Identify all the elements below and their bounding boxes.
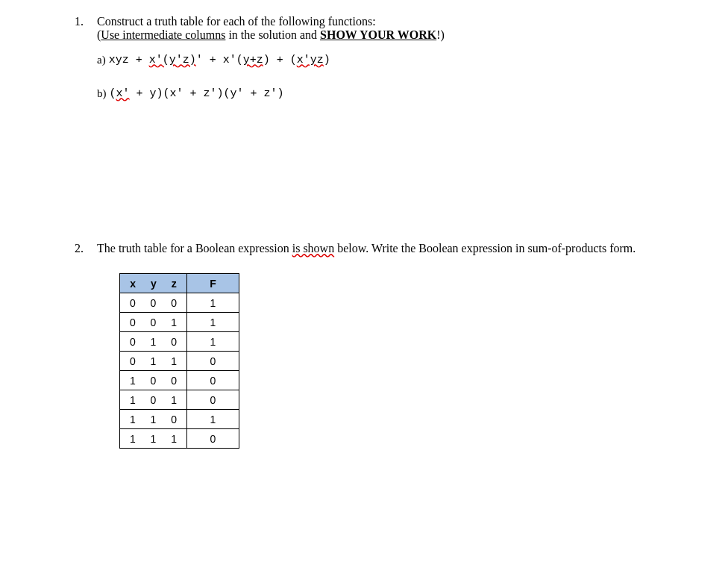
q2-prompt1: The truth table for a Boolean expression <box>97 242 292 255</box>
q1a-seg8: ) <box>324 54 330 66</box>
table-body: 0 0 010 0 110 1 010 1 101 0 001 0 101 1 … <box>120 293 239 449</box>
cell-xyz: 1 1 1 <box>120 429 187 449</box>
q1-prompt-line2: (Use intermediate columns in the solutio… <box>97 28 653 42</box>
q1-l2-bold: SHOW YOUR WORK <box>320 28 436 41</box>
header-xyz: x y z <box>120 274 187 293</box>
cell-f: 1 <box>187 313 239 332</box>
q1-text: Construct a truth table for each of the … <box>97 15 653 42</box>
table-row: 1 1 10 <box>120 429 239 449</box>
q1-l2-mid: in the solution and <box>225 28 320 41</box>
q2-prompt-wavy: is shown <box>292 242 334 255</box>
q2-header: 2. The truth table for a Boolean express… <box>75 242 653 255</box>
table-header-row: x y z F <box>120 274 239 293</box>
cell-xyz: 0 1 1 <box>120 352 187 371</box>
cell-f: 0 <box>187 371 239 390</box>
q1a-seg5: y+z <box>243 54 263 66</box>
cell-xyz: 0 0 0 <box>120 293 187 313</box>
table-row: 0 0 11 <box>120 313 239 332</box>
q1b-label: b) <box>97 87 107 100</box>
table-row: 0 1 10 <box>120 352 239 371</box>
q1a-seg4: ' + x'( <box>196 54 243 66</box>
q1a-label: a) <box>97 54 106 66</box>
q1-header: 1. Construct a truth table for each of t… <box>75 15 653 42</box>
q1-l2-suffix: !) <box>436 28 445 41</box>
truth-table: x y z F 0 0 010 0 110 1 010 1 101 0 001 … <box>119 273 239 449</box>
table-row: 1 0 10 <box>120 390 239 410</box>
q1b-seg2: x' <box>116 87 130 100</box>
question-2: 2. The truth table for a Boolean express… <box>75 242 653 449</box>
q2-prompt2: below. Write the Boolean expression in s… <box>334 242 636 255</box>
table-row: 1 0 00 <box>120 371 239 390</box>
cell-xyz: 1 0 1 <box>120 390 187 410</box>
cell-f: 0 <box>187 352 239 371</box>
cell-xyz: 1 0 0 <box>120 371 187 390</box>
table-row: 0 1 01 <box>120 332 239 352</box>
q1a-seg6: ) + ( <box>263 54 297 66</box>
q1a-seg1: xyz + <box>109 54 149 66</box>
q1-number: 1. <box>75 15 97 28</box>
q1-part-b: b) (x' + y)(x' + z')(y' + z') <box>97 87 653 100</box>
q1b-seg3: + y)(x' + z')(y' + z') <box>130 87 284 100</box>
question-1: 1. Construct a truth table for each of t… <box>75 15 653 100</box>
cell-xyz: 0 0 1 <box>120 313 187 332</box>
q1-prompt-line1: Construct a truth table for each of the … <box>97 15 653 28</box>
header-f: F <box>187 274 239 293</box>
q1a-expression: xyz + x'(y'z)' + x'(y+z) + (x'yz) <box>109 54 330 66</box>
q1a-seg3: (y'z) <box>163 54 196 66</box>
q1-expressions: a) xyz + x'(y'z)' + x'(y+z) + (x'yz) b) … <box>97 54 653 100</box>
q1-part-a: a) xyz + x'(y'z)' + x'(y+z) + (x'yz) <box>97 54 653 66</box>
q1b-expression: (x' + y)(x' + z')(y' + z') <box>110 87 284 100</box>
cell-f: 0 <box>187 390 239 410</box>
q1-l2-underlined: Use intermediate columns <box>101 28 225 41</box>
q2-number: 2. <box>75 242 97 255</box>
cell-xyz: 0 1 0 <box>120 332 187 352</box>
table-row: 0 0 01 <box>120 293 239 313</box>
q1b-seg1: ( <box>110 87 116 100</box>
q1a-seg2: x' <box>149 54 163 66</box>
q1a-seg7: x'yz <box>297 54 324 66</box>
cell-f: 0 <box>187 429 239 449</box>
cell-f: 1 <box>187 293 239 313</box>
q2-text: The truth table for a Boolean expression… <box>97 242 653 255</box>
cell-xyz: 1 1 0 <box>120 410 187 429</box>
cell-f: 1 <box>187 332 239 352</box>
table-row: 1 1 01 <box>120 410 239 429</box>
cell-f: 1 <box>187 410 239 429</box>
